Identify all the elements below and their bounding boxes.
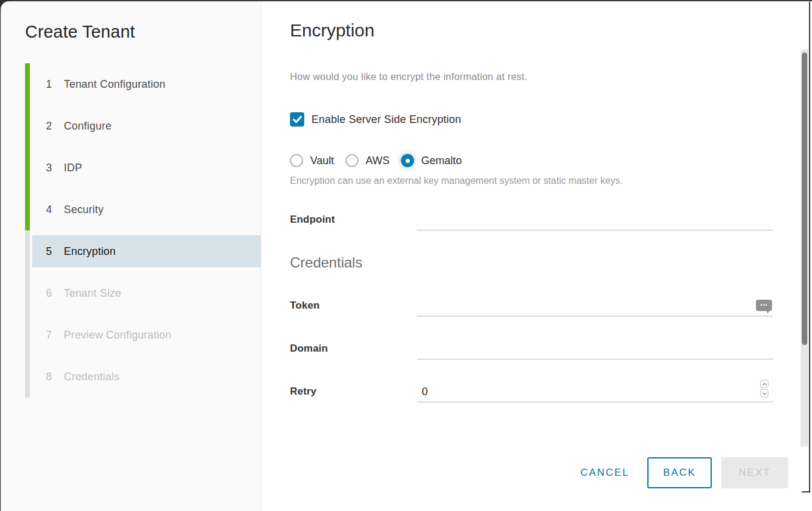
checkmark-icon [293, 116, 302, 124]
endpoint-input[interactable] [417, 210, 773, 230]
next-button[interactable]: NEXT [721, 457, 788, 488]
content-scrollbar[interactable] [801, 50, 808, 447]
token-label: Token [290, 296, 417, 316]
endpoint-label: Endpoint [290, 210, 417, 230]
step-tenant-size[interactable]: 6 Tenant Size [25, 272, 261, 314]
token-input-wrap: ••• [417, 296, 773, 316]
wizard-steps: 1 Tenant Configuration 2 Configure 3 IDP… [1, 63, 261, 398]
retry-row: Retry [290, 382, 773, 402]
step-security[interactable]: 4 Security [25, 189, 261, 230]
enable-sse-checkbox[interactable] [290, 112, 304, 127]
radio-aws[interactable]: AWS [345, 154, 390, 167]
token-row: Token ••• [290, 296, 773, 316]
spinner-down-icon[interactable] [760, 389, 768, 398]
step-progress-bar [25, 147, 30, 189]
step-progress-bar [25, 189, 30, 230]
retry-label: Retry [290, 382, 417, 402]
radio-circle-icon [345, 154, 359, 167]
scrollbar-thumb[interactable] [802, 53, 807, 345]
step-tenant-configuration[interactable]: 1 Tenant Configuration [25, 63, 261, 105]
enable-sse-label: Enable Server Side Encryption [311, 113, 461, 126]
window-edge-fragment [802, 491, 810, 492]
token-input[interactable] [417, 296, 773, 316]
radio-gemalto[interactable]: Gemalto [401, 154, 462, 167]
radio-circle-icon [290, 154, 303, 167]
credentials-heading: Credentials [290, 254, 773, 271]
number-spinner [760, 380, 768, 398]
step-progress-bar [25, 230, 30, 272]
step-progress-bar [25, 272, 30, 314]
domain-row: Domain [290, 339, 773, 359]
step-configure[interactable]: 2 Configure [25, 105, 261, 147]
enable-sse-row: Enable Server Side Encryption [290, 112, 812, 127]
step-encryption[interactable]: 5 Encryption [25, 230, 261, 272]
endpoint-row: Endpoint [290, 210, 773, 230]
wizard-actions: CANCEL BACK NEXT [581, 457, 788, 488]
kms-radio-group: Vault AWS Gemalto [290, 154, 812, 167]
radio-selected-icon [401, 154, 414, 167]
step-progress-bar [25, 63, 30, 105]
step-idp[interactable]: 3 IDP [25, 147, 261, 189]
step-credentials[interactable]: 8 Credentials [25, 356, 261, 398]
retry-input[interactable] [417, 382, 773, 402]
wizard-title: Create Tenant [25, 22, 261, 42]
kms-helper-text: Encryption can use an external key manag… [290, 175, 648, 186]
page-description: How would you like to encrypt the inform… [290, 71, 812, 82]
cancel-button[interactable]: CANCEL [581, 467, 638, 479]
step-progress-bar [25, 105, 30, 147]
step-progress-bar [25, 314, 30, 356]
domain-label: Domain [290, 339, 417, 359]
radio-vault[interactable]: Vault [290, 154, 334, 167]
step-progress-bar [25, 356, 30, 398]
retry-input-wrap [417, 382, 773, 402]
window-edge-fragment [809, 2, 810, 492]
encryption-panel: Encryption How would you like to encrypt… [261, 2, 812, 511]
masked-value-icon: ••• [756, 300, 772, 311]
domain-input-wrap [417, 339, 773, 359]
page-title: Encryption [290, 20, 812, 41]
domain-input[interactable] [417, 339, 773, 359]
spinner-up-icon[interactable] [760, 380, 768, 388]
step-preview-configuration[interactable]: 7 Preview Configuration [25, 314, 261, 356]
wizard-sidebar: Create Tenant 1 Tenant Configuration 2 C… [1, 2, 261, 511]
create-tenant-modal: Create Tenant 1 Tenant Configuration 2 C… [1, 1, 812, 511]
encryption-form: Endpoint Credentials Token ••• Domain [290, 210, 773, 402]
back-button[interactable]: BACK [647, 457, 712, 488]
endpoint-input-wrap [417, 210, 773, 230]
